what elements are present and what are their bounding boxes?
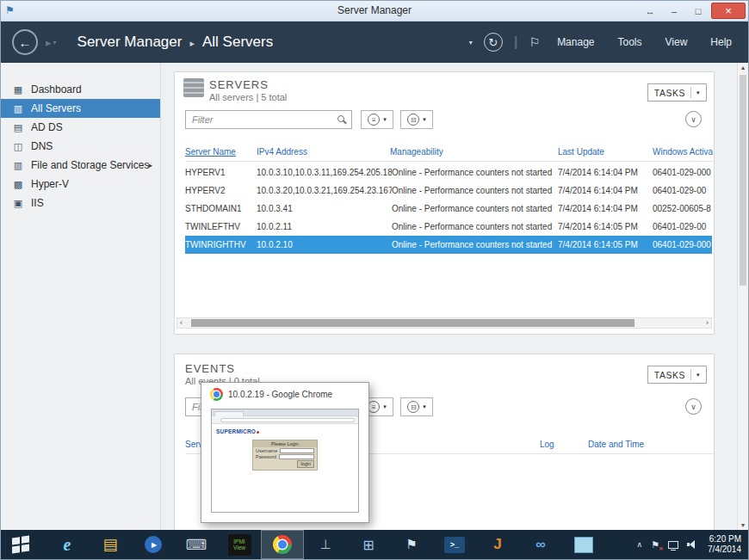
cell-activation: 06401-029-000 (653, 168, 712, 177)
thumbnail-address-bar (220, 418, 355, 422)
column-ipv4[interactable]: IPv4 Address (257, 147, 307, 157)
sidebar-item-ad-ds[interactable]: ▤ AD DS (1, 118, 160, 137)
taskbar-usb-icon[interactable]: ⊥ (304, 530, 347, 559)
menu-manage[interactable]: Manage (551, 36, 600, 48)
sidebar-item-label: Dashboard (31, 83, 82, 95)
menu-view[interactable]: View (659, 36, 694, 48)
taskbar-network-icon[interactable]: ⊞ (347, 530, 390, 559)
close-button[interactable]: × (711, 3, 746, 19)
back-button[interactable]: ← (12, 29, 38, 55)
scroll-up-icon[interactable]: ▲ (738, 65, 748, 71)
servers-panel-title: SERVERS (209, 78, 269, 91)
caret-down-icon: ▾ (696, 372, 700, 378)
taskbar-ipmi-view-icon[interactable]: IPMI View (218, 530, 261, 559)
sidebar-item-hyper-v[interactable]: ▩ Hyper-V (1, 175, 160, 194)
events-collapse-button[interactable]: ∨ (685, 398, 702, 415)
column-log[interactable]: Log (540, 440, 554, 449)
titlebar: ⚑ Server Manager ↔ – □ × (1, 1, 748, 22)
servers-collapse-button[interactable]: ∨ (685, 111, 702, 127)
sidebar-item-file-storage[interactable]: ▥ File and Storage Services ▸ (1, 156, 160, 175)
hidden-icons-chevron[interactable]: ∧ (637, 540, 643, 549)
forward-button[interactable]: ▸ (46, 36, 52, 49)
column-windows-activation[interactable]: Windows Activa (653, 147, 713, 157)
servers-filter-input[interactable] (186, 111, 351, 128)
thumbnail-toolbar (212, 416, 358, 424)
username-label: Username (256, 448, 277, 453)
servers-panel: SERVERS All servers | 5 total TASKS ▾ ≡ … (174, 71, 715, 335)
table-row[interactable]: STHDOMAIN1 10.0.3.41 Online - Performanc… (185, 200, 712, 218)
chrome-thumbnail-popup[interactable]: 10.0.2.19 - Google Chrome SUPERMICRO Ple… (201, 382, 369, 523)
servers-export-button[interactable]: ⊟ ▾ (400, 110, 433, 129)
breadcrumb-root[interactable]: Server Manager (77, 34, 183, 51)
taskbar-java-icon[interactable]: J (476, 530, 519, 559)
column-last-update[interactable]: Last Update (558, 147, 604, 157)
vertical-scrollbar[interactable]: ▲ ▼ (737, 63, 748, 530)
volume-icon[interactable] (687, 540, 697, 549)
taskbar-server-manager-icon[interactable]: ⚑ (390, 530, 433, 559)
start-button[interactable] (1, 530, 40, 559)
taskbar-ie-icon[interactable]: e (46, 530, 89, 559)
sidebar-item-dns[interactable]: ◫ DNS (1, 137, 160, 156)
sidebar-item-label: AD DS (31, 121, 63, 133)
scrollbar-thumb[interactable] (191, 319, 634, 327)
taskbar-powershell-icon[interactable]: >_ (433, 530, 476, 559)
refresh-button[interactable]: ↻ (484, 33, 503, 52)
breadcrumb-separator-icon: ▸ (189, 36, 195, 49)
column-server-name[interactable]: Server Name (185, 147, 236, 157)
cell-server-name: STHDOMAIN1 (185, 204, 257, 213)
tasks-divider (690, 369, 691, 380)
notifications-flag-icon[interactable]: ⚐ (529, 35, 541, 49)
cell-last-update: 7/4/2014 6:14:04 PM (558, 186, 653, 195)
events-tasks-button[interactable]: TASKS ▾ (647, 366, 707, 384)
scrollbar-thumb[interactable] (740, 75, 746, 286)
table-row-selected[interactable]: TWINRIGHTHV 10.0.2.10 Online - Performan… (185, 236, 712, 254)
taskbar-chrome-icon[interactable] (261, 530, 304, 559)
table-row[interactable]: HYPERV2 10.0.3.20,10.0.3.21,169.254.23.1… (185, 182, 712, 200)
taskbar-file-explorer-icon[interactable]: ▤ (89, 530, 132, 559)
cell-last-update: 7/4/2014 6:14:05 PM (558, 240, 653, 249)
navigation-bar: ← ▸ ▾ Server Manager ▸ All Servers ▾ ↻ |… (1, 22, 748, 63)
taskbar-kvm-icon[interactable]: ⌨ (175, 530, 218, 559)
servers-tasks-button[interactable]: TASKS ▾ (647, 83, 707, 102)
servers-query-button[interactable]: ≡ ▾ (361, 110, 393, 129)
supermicro-logo: SUPERMICRO (216, 428, 259, 434)
maximize-button[interactable]: □ (687, 3, 709, 19)
scroll-right-icon[interactable]: › (706, 318, 709, 328)
hyper-v-icon: ▩ (12, 179, 24, 190)
events-export-button[interactable]: ⊟ ▾ (400, 397, 433, 416)
taskbar-media-player-icon[interactable]: ▶ (132, 530, 175, 559)
scroll-down-icon[interactable]: ▼ (738, 522, 748, 528)
iis-icon: ▣ (12, 198, 24, 209)
tasks-label: TASKS (654, 88, 685, 98)
cell-manageability: Online - Performance counters not starte… (392, 186, 558, 195)
query-list-icon: ≡ (368, 401, 380, 413)
column-date-time[interactable]: Date and Time (588, 440, 644, 449)
scroll-left-icon[interactable]: ‹ (180, 318, 183, 328)
taskbar-clock[interactable]: 6:20 PM 7/4/2014 (708, 534, 741, 555)
sidebar-item-iis[interactable]: ▣ IIS (1, 194, 160, 212)
sidebar-item-label: File and Storage Services (31, 159, 149, 171)
column-manageability[interactable]: Manageability (390, 147, 443, 157)
horizontal-scrollbar[interactable]: ‹ › (176, 317, 712, 329)
menu-tools[interactable]: Tools (612, 36, 648, 48)
login-box-title: Please Login (253, 440, 317, 447)
taskbar-search-icon[interactable]: ∞ (519, 530, 562, 559)
table-row[interactable]: HYPERV1 10.0.3.10,10.0.3.11,169.254.205.… (185, 163, 712, 182)
breadcrumb-current[interactable]: All Servers (202, 34, 273, 51)
browser-thumbnail: SUPERMICRO Please Login Username Passwor… (211, 409, 359, 513)
navbar-divider: | (514, 34, 518, 51)
history-caret-icon[interactable]: ▾ (53, 39, 57, 46)
network-status-icon[interactable] (668, 541, 678, 549)
sidebar-item-dashboard[interactable]: ▦ Dashboard (1, 80, 160, 99)
expand-chevron-icon[interactable]: ▸ (148, 161, 152, 169)
login-button: login (297, 460, 314, 468)
minimize-button[interactable]: – (663, 3, 685, 19)
taskbar-vm-icon[interactable] (562, 530, 605, 559)
nav-dropdown-caret-icon[interactable]: ▾ (469, 39, 473, 46)
menu-help[interactable]: Help (704, 36, 738, 48)
password-field (279, 454, 314, 459)
remove-hardware-icon[interactable]: ⚑ (651, 539, 659, 551)
table-row[interactable]: TWINLEFTHV 10.0.2.11 Online - Performanc… (185, 218, 712, 236)
window-resize-button[interactable]: ↔ (639, 3, 661, 19)
sidebar-item-all-servers[interactable]: ▥ All Servers (1, 99, 160, 118)
